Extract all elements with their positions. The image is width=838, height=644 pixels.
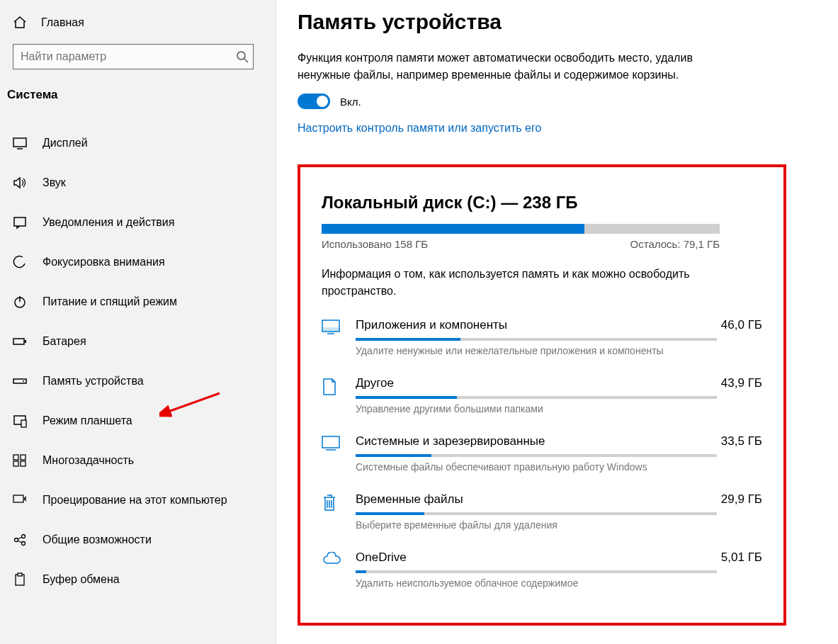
- search-input[interactable]: [13, 44, 254, 69]
- category-size: 43,9 ГБ: [721, 376, 762, 390]
- svg-point-0: [237, 52, 245, 60]
- storage-sense-toggle[interactable]: [298, 94, 330, 109]
- home-link[interactable]: Главная: [0, 10, 276, 37]
- svg-rect-14: [21, 455, 26, 460]
- sidebar-item-storage[interactable]: Память устройства: [0, 370, 276, 392]
- svg-rect-30: [322, 436, 339, 448]
- toggle-label: Вкл.: [340, 96, 361, 108]
- disk-info-text: Информация о том, как используется памят…: [322, 266, 704, 300]
- svg-rect-4: [14, 218, 26, 226]
- sidebar-item-label: Режим планшета: [43, 414, 132, 427]
- storage-sense-toggle-row: Вкл.: [298, 94, 818, 109]
- category-name: Приложения и компоненты: [356, 318, 507, 332]
- category-size: 5,01 ГБ: [721, 550, 762, 565]
- svg-rect-9: [13, 379, 26, 383]
- category-apps[interactable]: Приложения и компоненты46,0 ГБ Удалите н…: [322, 318, 762, 356]
- svg-rect-17: [13, 495, 23, 502]
- used-label: Использовано 158 ГБ: [322, 238, 428, 250]
- nav-list: Дисплей Звук Уведомления и действия Фоку…: [0, 132, 276, 591]
- category-list: Приложения и компоненты46,0 ГБ Удалите н…: [322, 318, 762, 589]
- sidebar-item-label: Фокусировка внимания: [43, 256, 165, 269]
- sidebar-item-clipboard[interactable]: Буфер обмена: [0, 568, 276, 591]
- apps-icon: [322, 318, 356, 356]
- svg-rect-2: [13, 138, 26, 147]
- sidebar-item-battery[interactable]: Батарея: [0, 330, 276, 353]
- clipboard-icon: [13, 572, 27, 587]
- home-icon: [13, 16, 27, 30]
- category-bar: [356, 396, 717, 399]
- category-name: Системные и зарезервированные: [356, 434, 545, 448]
- category-other[interactable]: Другое43,9 ГБ Управление другими большим…: [322, 376, 762, 414]
- shared-icon: [13, 533, 27, 547]
- tablet-icon: [13, 414, 27, 428]
- sidebar-item-label: Многозадачность: [43, 454, 134, 467]
- sidebar-item-shared[interactable]: Общие возможности: [0, 529, 276, 551]
- svg-line-23: [18, 541, 22, 543]
- page-title: Память устройства: [298, 10, 818, 34]
- svg-rect-25: [18, 573, 22, 576]
- sidebar-item-label: Общие возможности: [43, 533, 152, 546]
- search-field[interactable]: [21, 50, 236, 63]
- category-sub: Системные файлы обеспечивают правильную …: [356, 461, 762, 473]
- sidebar-item-label: Буфер обмена: [43, 573, 120, 586]
- category-temp[interactable]: Временные файлы29,9 ГБ Выберите временны…: [322, 492, 762, 531]
- category-name: Другое: [356, 376, 394, 390]
- sidebar-item-label: Батарея: [43, 335, 86, 348]
- disk-title: Локальный диск (C:) — 238 ГБ: [322, 193, 762, 213]
- category-bar: [356, 454, 717, 457]
- section-title: Система: [0, 82, 276, 112]
- sidebar-item-sound[interactable]: Звук: [0, 171, 276, 194]
- sidebar-item-tablet[interactable]: Режим планшета: [0, 409, 276, 432]
- system-icon: [322, 434, 356, 473]
- cloud-icon: [322, 550, 356, 589]
- storage-icon: [13, 374, 27, 388]
- category-size: 46,0 ГБ: [721, 318, 762, 332]
- svg-line-22: [18, 537, 22, 539]
- notifications-icon: [13, 215, 27, 230]
- trash-icon: [322, 492, 356, 531]
- category-onedrive[interactable]: OneDrive5,01 ГБ Удалить неиспользуемое о…: [322, 550, 762, 589]
- disk-usage-fill: [322, 224, 584, 234]
- search-icon: [236, 50, 249, 63]
- configure-storage-sense-link[interactable]: Настроить контроль памяти или запустить …: [298, 122, 541, 135]
- project-icon: [13, 493, 27, 507]
- sound-icon: [13, 176, 27, 190]
- free-label: Осталось: 79,1 ГБ: [630, 238, 720, 250]
- sidebar: Главная Система Дисплей Звук Уведомления…: [0, 0, 276, 644]
- storage-sense-description: Функция контроля памяти может автоматиче…: [298, 50, 694, 84]
- sidebar-item-focus[interactable]: Фокусировка внимания: [0, 251, 276, 273]
- sidebar-item-power[interactable]: Питание и спящий режим: [0, 290, 276, 313]
- svg-rect-13: [13, 455, 18, 460]
- category-sub: Управление другими большими папками: [356, 403, 762, 414]
- category-system[interactable]: Системные и зарезервированные33,5 ГБ Сис…: [322, 434, 762, 473]
- category-bar: [356, 512, 717, 515]
- focus-icon: [13, 255, 27, 269]
- sidebar-item-label: Память устройства: [43, 375, 144, 388]
- category-bar: [356, 570, 717, 573]
- disk-panel: Локальный диск (C:) — 238 ГБ Использован…: [298, 164, 786, 626]
- category-name: Временные файлы: [356, 492, 463, 507]
- category-sub: Удалить неиспользуемое облачное содержим…: [356, 577, 762, 589]
- category-name: OneDrive: [356, 550, 407, 565]
- disk-usage-labels: Использовано 158 ГБ Осталось: 79,1 ГБ: [322, 238, 720, 250]
- svg-rect-15: [13, 461, 18, 466]
- main-content: Память устройства Функция контроля памят…: [276, 0, 838, 644]
- power-icon: [13, 295, 27, 309]
- svg-rect-16: [21, 461, 26, 466]
- category-size: 29,9 ГБ: [721, 492, 762, 507]
- category-sub: Выберите временные файлы для удаления: [356, 519, 762, 531]
- sidebar-item-notifications[interactable]: Уведомления и действия: [0, 211, 276, 234]
- sidebar-item-label: Уведомления и действия: [43, 216, 174, 229]
- sidebar-item-label: Питание и спящий режим: [43, 295, 177, 308]
- category-sub: Удалите ненужные или нежелательные прило…: [356, 345, 762, 356]
- svg-rect-8: [25, 340, 26, 343]
- svg-line-1: [244, 59, 248, 62]
- svg-point-10: [23, 380, 24, 382]
- sidebar-item-multitask[interactable]: Многозадачность: [0, 449, 276, 472]
- svg-point-19: [15, 538, 18, 542]
- sidebar-item-label: Звук: [43, 176, 66, 189]
- disk-usage-bar: [322, 224, 720, 234]
- svg-point-21: [22, 542, 26, 546]
- sidebar-item-display[interactable]: Дисплей: [0, 132, 276, 154]
- sidebar-item-project[interactable]: Проецирование на этот компьютер: [0, 489, 276, 512]
